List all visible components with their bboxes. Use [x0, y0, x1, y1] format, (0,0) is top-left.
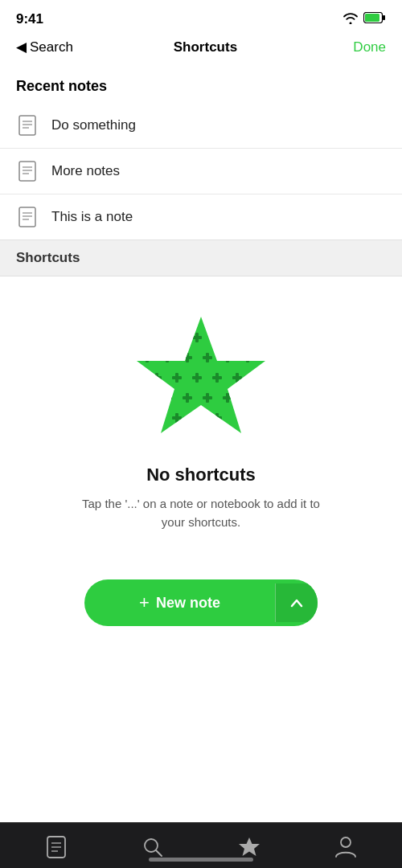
svg-rect-30 — [142, 356, 152, 359]
svg-rect-18 — [152, 336, 162, 339]
note-icon — [16, 114, 39, 137]
svg-rect-32 — [162, 356, 172, 359]
star-illustration — [133, 309, 269, 445]
svg-rect-36 — [203, 356, 212, 359]
svg-rect-38 — [223, 356, 232, 359]
note-item[interactable]: Do something — [0, 103, 402, 149]
svg-rect-37 — [226, 353, 229, 362]
back-chevron-icon: ◀ — [16, 39, 27, 55]
no-shortcuts-title: No shortcuts — [146, 465, 256, 485]
chevron-up-icon — [290, 598, 303, 608]
svg-rect-7 — [19, 162, 35, 181]
svg-rect-58 — [223, 396, 232, 399]
note-label: More notes — [51, 163, 120, 179]
svg-rect-40 — [243, 356, 252, 359]
shortcuts-tab-icon — [238, 836, 260, 858]
svg-rect-46 — [192, 376, 202, 379]
recent-notes-header: Recent notes — [0, 65, 402, 103]
svg-rect-29 — [146, 353, 149, 362]
home-indicator — [149, 858, 253, 862]
svg-rect-63 — [215, 413, 219, 423]
shortcuts-section-header: Shortcuts — [0, 240, 402, 276]
svg-rect-50 — [232, 376, 242, 379]
note-label: Do something — [51, 117, 136, 133]
svg-rect-19 — [175, 333, 178, 342]
no-shortcuts-desc: Tap the '...' on a note or notebook to a… — [72, 495, 330, 531]
svg-point-72 — [341, 837, 351, 847]
svg-rect-42 — [152, 376, 162, 379]
notes-tab-icon — [45, 836, 68, 858]
svg-rect-17 — [155, 333, 158, 342]
note-label: This is a note — [51, 209, 133, 225]
recent-notes-list: Do something More notes — [0, 103, 402, 240]
status-icons — [343, 12, 386, 27]
svg-rect-64 — [212, 416, 222, 420]
plus-icon: + — [139, 594, 150, 612]
svg-rect-48 — [212, 376, 222, 379]
svg-rect-54 — [183, 396, 192, 399]
svg-rect-51 — [166, 393, 169, 403]
svg-rect-56 — [203, 396, 212, 399]
svg-rect-20 — [172, 336, 182, 339]
note-icon — [16, 206, 39, 228]
status-bar: 9:41 — [0, 0, 402, 34]
svg-rect-2 — [365, 14, 379, 22]
note-icon — [16, 160, 39, 182]
battery-icon — [363, 12, 386, 27]
new-note-expand-button[interactable] — [275, 583, 318, 622]
svg-line-70 — [156, 850, 162, 856]
svg-rect-28 — [252, 336, 262, 339]
svg-rect-44 — [172, 376, 182, 379]
svg-rect-22 — [192, 336, 202, 339]
back-button[interactable]: ◀ Search — [16, 39, 73, 55]
svg-rect-26 — [232, 336, 242, 339]
new-note-main[interactable]: + New note — [84, 579, 275, 626]
new-note-button[interactable]: + New note — [84, 579, 318, 626]
svg-rect-31 — [166, 353, 169, 362]
svg-rect-41 — [155, 373, 158, 383]
svg-rect-52 — [162, 396, 172, 399]
svg-rect-1 — [383, 15, 385, 20]
status-time: 9:41 — [16, 11, 43, 27]
account-tab-icon — [334, 836, 357, 858]
wifi-icon — [343, 12, 359, 27]
svg-rect-23 — [215, 333, 219, 342]
back-label: Search — [30, 39, 73, 55]
shortcuts-empty-state: No shortcuts Tap the '...' on a note or … — [0, 276, 402, 555]
svg-rect-24 — [212, 336, 222, 339]
svg-rect-62 — [192, 416, 202, 420]
note-item[interactable]: More notes — [0, 149, 402, 194]
svg-rect-11 — [19, 207, 35, 227]
new-note-container: + New note — [0, 555, 402, 642]
svg-rect-25 — [236, 333, 239, 342]
note-item[interactable]: This is a note — [0, 194, 402, 240]
tab-notes[interactable] — [8, 833, 105, 862]
svg-rect-39 — [246, 353, 249, 362]
nav-title: Shortcuts — [73, 39, 338, 55]
tab-account[interactable] — [297, 833, 394, 862]
svg-rect-34 — [183, 356, 192, 359]
svg-rect-3 — [19, 116, 35, 135]
done-button[interactable]: Done — [338, 39, 386, 55]
svg-marker-71 — [239, 837, 260, 856]
svg-rect-61 — [195, 413, 199, 423]
svg-rect-27 — [256, 333, 259, 342]
nav-bar: ◀ Search Shortcuts Done — [0, 34, 402, 65]
svg-rect-60 — [172, 416, 182, 420]
search-tab-icon — [142, 836, 164, 858]
new-note-label: New note — [156, 595, 220, 612]
